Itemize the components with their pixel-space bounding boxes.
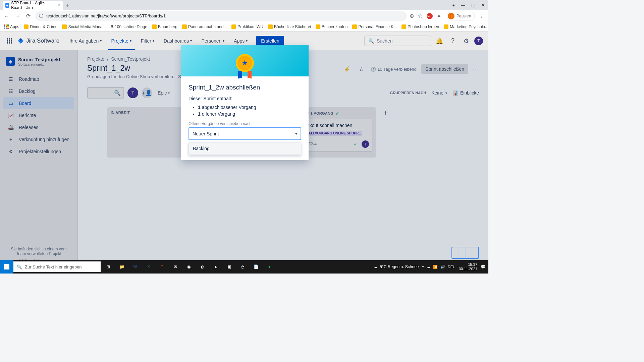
zoom-icon[interactable]: ⊕ [410, 13, 414, 19]
action-center-icon[interactable]: 💬 [481, 264, 486, 269]
chevron-down-icon: ▾ [295, 131, 297, 136]
system-tray[interactable]: ^ ☁ 📶 🔊 DEU [422, 265, 455, 269]
window-controls: ● — ▢ ✕ [452, 0, 488, 10]
explorer-icon[interactable]: 📁 [115, 260, 128, 274]
settings-icon[interactable]: ⚙ [461, 36, 472, 46]
tray-chevron-icon[interactable]: ^ [422, 265, 424, 269]
option-backlog[interactable]: Backlog [189, 142, 301, 155]
bookmark-item[interactable]: Photoshop lernen [401, 24, 439, 29]
folder-icon [231, 24, 236, 29]
edge-icon[interactable]: ◔ [236, 260, 249, 274]
adblock-icon[interactable]: ABP [427, 13, 433, 19]
profile-chip[interactable]: T Pausiert [447, 12, 475, 20]
weather-icon: ☁ [374, 264, 378, 269]
minimize-icon[interactable]: — [461, 3, 465, 8]
maximize-icon[interactable]: ▢ [471, 3, 475, 8]
folder-icon [352, 24, 357, 29]
chrome-menu-icon[interactable]: ⋮ [479, 13, 484, 19]
jira-logo-icon [17, 38, 24, 44]
bookmark-item[interactable]: B100 schöne Dinge [110, 24, 147, 29]
jira-favicon: ◆ [5, 3, 9, 8]
task-view-icon[interactable]: ⊞ [102, 260, 115, 274]
taskbar-clock[interactable]: 15:37 30.11.2021 [459, 262, 477, 271]
close-window-icon[interactable]: ✕ [481, 3, 485, 8]
chevron-down-icon: ▾ [190, 39, 192, 43]
powerpoint-icon[interactable]: P [156, 260, 168, 274]
taskbar-search[interactable]: 🔍Zur Suche Text hier eingeben [13, 261, 101, 272]
user-avatar[interactable]: T [474, 37, 483, 45]
start-button[interactable] [0, 260, 13, 274]
windows-taskbar: 🔍Zur Suche Text hier eingeben ⊞ 📁 W X P … [0, 260, 488, 274]
medal-illustration: ★ [234, 54, 256, 75]
back-icon[interactable]: ← [3, 12, 11, 20]
global-search[interactable]: 🔍Suchen [364, 36, 431, 46]
account-dot-icon[interactable]: ● [452, 3, 455, 8]
browser-tab-strip: ◆ STP Board – Agile-Board – Jira × + ● —… [0, 0, 488, 10]
list-item: 1 abgeschlossener Vorgang [198, 105, 301, 110]
bookmark-item[interactable]: Bücherliste Bücherei [268, 24, 311, 29]
bookmark-item[interactable]: Marketing Psycholo... [444, 24, 488, 29]
address-bar: ← → ⟳ ⓘ testdeutsch1.atlassian.net/jira/… [0, 10, 488, 22]
app-icon[interactable]: ▣ [223, 260, 235, 274]
app-switcher-icon[interactable] [5, 37, 13, 45]
star-icon[interactable]: ☆ [418, 13, 423, 19]
chrome-icon[interactable]: ◉ [182, 260, 195, 274]
jira-logo[interactable]: Jira Software [17, 38, 59, 44]
bookmark-item[interactable]: Praktikum WU [231, 24, 263, 29]
new-tab-button[interactable]: + [63, 1, 72, 10]
nav-your-work[interactable]: Ihre Aufgaben▾ [66, 32, 105, 50]
cursor-icon: ⬚ [290, 131, 294, 136]
folder-icon [152, 24, 157, 29]
folder-icon [62, 24, 67, 29]
bookmark-item[interactable]: Dinner & Crime [24, 24, 57, 29]
select-dropdown: Backlog [189, 142, 301, 155]
chevron-down-icon: ▾ [153, 39, 154, 43]
list-item: 1 offener Vorgang [198, 111, 301, 117]
move-to-select[interactable]: Neuer Sprint ⬚▾ [189, 127, 301, 140]
obs-icon[interactable]: ◐ [196, 260, 209, 274]
excel-icon[interactable]: X [142, 260, 155, 274]
star-icon: ★ [241, 59, 248, 67]
notifications-icon[interactable]: 🔔 [434, 36, 445, 46]
extensions-icon[interactable]: ✦ [437, 13, 443, 19]
mail-icon[interactable]: ✉ [169, 260, 182, 274]
nav-projects[interactable]: Projekte▾ [108, 32, 135, 50]
modal-summary-list: 1 abgeschlossener Vorgang 1 offener Vorg… [189, 105, 301, 117]
chevron-down-icon: ▾ [223, 39, 224, 43]
help-icon[interactable]: ? [447, 36, 458, 46]
bookmark-apps[interactable]: Apps [4, 24, 19, 29]
bookmark-item[interactable]: Bloomberg [152, 24, 177, 29]
word-icon[interactable]: W [129, 260, 142, 274]
app-icon[interactable]: ▲ [209, 260, 222, 274]
folder-icon [316, 24, 320, 29]
create-button[interactable]: Erstellen [256, 36, 284, 46]
close-tab-icon[interactable]: × [58, 3, 60, 8]
site-info-icon[interactable]: ⓘ [39, 14, 44, 18]
site-icon: B [110, 24, 113, 29]
bookmark-item[interactable]: Panoramabahn und... [182, 24, 227, 29]
bookmark-item[interactable]: Personal Finance K... [352, 24, 397, 29]
bookmark-item[interactable]: Bücher kaufen [316, 24, 347, 29]
reload-icon[interactable]: ⟳ [24, 12, 32, 20]
browser-tab[interactable]: ◆ STP Board – Agile-Board – Jira × [3, 1, 63, 10]
wifi-icon[interactable]: 📶 [433, 265, 438, 269]
search-icon: 🔍 [368, 38, 374, 44]
language-indicator[interactable]: DEU [448, 265, 455, 269]
onedrive-icon[interactable]: ☁ [427, 265, 430, 269]
chevron-down-icon: ▾ [130, 39, 131, 43]
modal-hero: ★ [181, 45, 309, 76]
notepad-icon[interactable]: 📄 [250, 260, 262, 274]
tab-title: STP Board – Agile-Board – Jira [11, 1, 56, 10]
folder-icon [401, 24, 406, 29]
modal-title: Sprint_1_2w abschließen [189, 84, 301, 91]
forward-icon[interactable]: → [13, 12, 21, 20]
bookmark-item[interactable]: Social Media Mana... [62, 24, 106, 29]
volume-icon[interactable]: 🔊 [440, 265, 445, 269]
nav-filters[interactable]: Filter▾ [138, 32, 158, 50]
folder-icon [444, 24, 448, 29]
profile-avatar: T [448, 13, 454, 19]
spotify-icon[interactable]: ● [263, 260, 276, 274]
taskbar-weather[interactable]: ☁5°C Regen u. Schnee [374, 264, 419, 269]
search-icon: 🔍 [17, 264, 22, 269]
url-field[interactable]: ⓘ testdeutsch1.atlassian.net/jira/softwa… [35, 11, 407, 21]
